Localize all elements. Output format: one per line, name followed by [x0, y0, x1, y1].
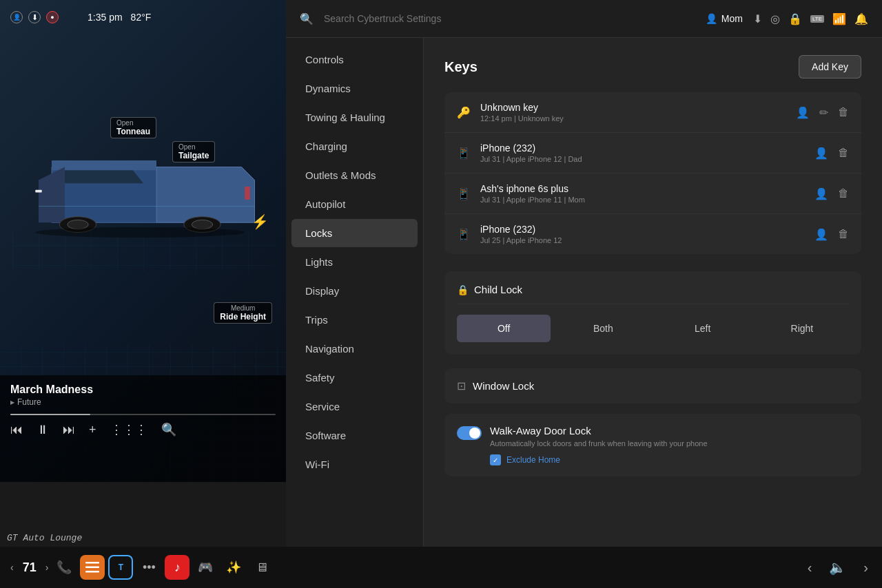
key-edit-button-1[interactable]: ✏: [819, 106, 828, 119]
child-lock-section: 🔒 Child Lock Off Both Left Right: [444, 271, 861, 355]
sidebar-item-display[interactable]: Display: [291, 277, 418, 305]
walk-away-toggle[interactable]: [457, 426, 482, 440]
lte-badge: LTE: [810, 15, 824, 23]
sidebar-item-autopilot[interactable]: Autopilot: [291, 190, 418, 218]
sidebar-item-service[interactable]: Service: [291, 392, 418, 421]
volume-display: 71: [23, 560, 37, 575]
menu-icon[interactable]: [80, 555, 105, 580]
monitor-icon[interactable]: 🖥: [249, 555, 274, 580]
sidebar-item-towing[interactable]: Towing & Hauling: [291, 103, 418, 132]
charging-icon: ⚡: [252, 213, 269, 230]
music-title: March Madness: [10, 384, 276, 396]
music-icon[interactable]: ♪: [165, 555, 189, 580]
key-delete-button-1[interactable]: 🗑: [838, 106, 849, 118]
download-icon[interactable]: ⬇: [753, 12, 762, 25]
more-icon[interactable]: •••: [136, 555, 161, 580]
key-delete-button-3[interactable]: 🗑: [838, 187, 849, 200]
key-person-button-1[interactable]: 👤: [796, 106, 810, 119]
lock-icon: 🔒: [788, 12, 802, 25]
key-sub-3: Jul 31 | Apple iPhone 11 | Mom: [480, 196, 805, 204]
svg-point-9: [192, 220, 212, 229]
lock-option-off[interactable]: Off: [457, 315, 551, 342]
tonneau-label[interactable]: Open Tonneau: [110, 117, 156, 138]
keys-title: Keys: [444, 59, 478, 75]
key-type-icon-4: 📱: [457, 228, 471, 241]
ride-height-value: Ride Height: [220, 312, 266, 322]
key-info-4: iPhone (232) Jul 25 | Apple iPhone 12: [480, 224, 805, 244]
tailgate-label[interactable]: Open Tailgate: [172, 141, 215, 162]
child-lock-header: 🔒 Child Lock: [457, 284, 849, 304]
signal-icon: 📶: [832, 12, 846, 25]
sidebar-item-software[interactable]: Software: [291, 421, 418, 450]
status-bar: 👤 ⬇ ● 1:35 pm 82°F: [0, 0, 286, 34]
key-person-button-4[interactable]: 👤: [814, 228, 828, 241]
child-lock-options: Off Both Left Right: [457, 315, 849, 342]
search-input[interactable]: [324, 13, 695, 24]
svg-rect-0: [12, 233, 274, 272]
ride-height-label[interactable]: Medium Ride Height: [214, 302, 272, 324]
key-delete-button-4[interactable]: 🗑: [838, 228, 849, 240]
tesla-icon[interactable]: T: [108, 555, 133, 580]
key-actions-2: 👤 🗑: [814, 147, 849, 160]
sidebar-item-trips[interactable]: Trips: [291, 306, 418, 334]
svg-rect-10: [35, 190, 42, 193]
sidebar-item-navigation[interactable]: Navigation: [291, 335, 418, 363]
lock-option-left[interactable]: Left: [656, 315, 750, 342]
svg-point-7: [67, 220, 88, 229]
keys-list: 🔑 Unknown key 12:14 pm | Unknown key 👤 ✏…: [444, 92, 861, 254]
key-sub-1: 12:14 pm | Unknown key: [480, 114, 786, 123]
nav-back-button[interactable]: ‹: [808, 560, 812, 576]
key-delete-button-2[interactable]: 🗑: [838, 147, 849, 159]
lock-option-right[interactable]: Right: [755, 315, 849, 342]
sidebar-item-wifi[interactable]: Wi-Fi: [291, 450, 418, 479]
lock-option-both[interactable]: Both: [556, 315, 650, 342]
bell-icon[interactable]: 🔔: [854, 12, 868, 25]
svg-rect-14: [85, 562, 99, 564]
tonneau-prefix: Open: [116, 119, 150, 127]
key-actions-4: 👤 🗑: [814, 228, 849, 241]
key-item-3: 📱 Ash's iphone 6s plus Jul 31 | Apple iP…: [444, 174, 861, 214]
vol-up-button[interactable]: ›: [45, 562, 49, 573]
person-icon: 👤: [10, 11, 23, 23]
vol-down-button[interactable]: ‹: [10, 562, 14, 573]
tonneau-value: Tonneau: [116, 127, 150, 136]
sidebar-item-safety[interactable]: Safety: [291, 364, 418, 392]
exclude-home-row: ✓ Exclude Home: [490, 454, 849, 465]
nav-volume-button[interactable]: 🔈: [829, 559, 846, 576]
bluetooth-icon[interactable]: ◎: [770, 12, 780, 25]
search-music-button[interactable]: 🔍: [161, 422, 176, 437]
effects-icon[interactable]: ✨: [221, 555, 246, 580]
sidebar-item-lights[interactable]: Lights: [291, 248, 418, 276]
key-person-button-2[interactable]: 👤: [814, 147, 828, 160]
child-lock-title: Child Lock: [474, 284, 522, 295]
taskbar-left: ‹ 71 › 📞 T ••• ♪ 🎮 ✨ 🖥: [0, 547, 286, 588]
sidebar-item-controls[interactable]: Controls: [291, 45, 418, 74]
key-person-button-3[interactable]: 👤: [814, 187, 828, 200]
settings-sidebar: Controls Dynamics Towing & Hauling Charg…: [286, 38, 424, 547]
sidebar-item-outlets[interactable]: Outlets & Mods: [291, 161, 418, 189]
progress-bar[interactable]: [10, 414, 276, 415]
pause-button[interactable]: ⏸: [37, 423, 49, 437]
add-key-button[interactable]: Add Key: [799, 55, 861, 78]
window-lock-label: Window Lock: [473, 380, 534, 392]
next-button[interactable]: ⏭: [63, 423, 75, 437]
sidebar-item-locks[interactable]: Locks: [291, 219, 418, 247]
sidebar-item-dynamics[interactable]: Dynamics: [291, 74, 418, 103]
sidebar-item-charging[interactable]: Charging: [291, 132, 418, 160]
exclude-home-checkbox[interactable]: ✓: [490, 454, 501, 465]
add-button[interactable]: +: [89, 423, 96, 437]
eq-button[interactable]: ⋮⋮⋮: [110, 422, 147, 437]
tailgate-prefix: Open: [178, 143, 209, 151]
phone-icon[interactable]: 📞: [52, 555, 76, 580]
svg-rect-11: [245, 187, 250, 200]
key-type-icon-2: 📱: [457, 147, 471, 160]
ride-height-prefix: Medium: [220, 304, 266, 312]
nav-forward-button[interactable]: ›: [863, 560, 868, 576]
prev-button[interactable]: ⏮: [10, 423, 23, 437]
key-name-3: Ash's iphone 6s plus: [480, 183, 805, 194]
game-icon[interactable]: 🎮: [193, 555, 218, 580]
svg-marker-4: [52, 160, 156, 170]
artist-name: Future: [17, 397, 41, 407]
status-icons: 👤 ⬇ ●: [10, 11, 59, 23]
left-panel: 👤 ⬇ ● 1:35 pm 82°F Open Tonneau Open Tai…: [0, 0, 286, 482]
